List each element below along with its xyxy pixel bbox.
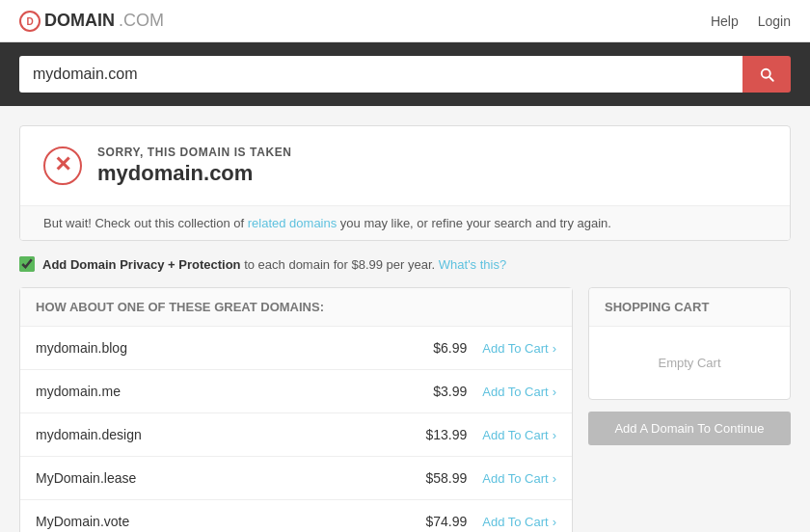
suggestion-price: $3.99 xyxy=(414,384,467,399)
add-to-cart-button-1[interactable]: Add To Cart › xyxy=(482,385,556,399)
taken-domain: mydomain.com xyxy=(97,161,292,186)
suggestion-row: mydomain.design $13.99 Add To Cart › xyxy=(20,413,572,457)
domain-taken-icon: ✕ xyxy=(43,146,82,185)
add-to-cart-button-0[interactable]: Add To Cart › xyxy=(482,341,556,356)
arrow-icon: › xyxy=(553,385,556,399)
suggestion-price: $13.99 xyxy=(414,427,467,442)
suggestion-row: MyDomain.vote $74.99 Add To Cart › xyxy=(20,500,572,532)
cart-empty-label: Empty Cart xyxy=(658,356,720,370)
arrow-icon: › xyxy=(553,471,556,486)
notice-suffix: you may like, or refine your search and … xyxy=(340,216,611,230)
cart-section: SHOPPING CART Empty Cart Add A Domain To… xyxy=(588,287,791,445)
notice-prefix: But wait! Check out this collection of xyxy=(43,216,244,230)
suggestion-price: $6.99 xyxy=(414,340,467,356)
search-input-wrapper xyxy=(19,56,791,93)
domain-logo-icon: D xyxy=(19,11,40,32)
logo: D DOMAIN.COM xyxy=(19,11,164,32)
domain-taken-notice: But wait! Check out this collection of r… xyxy=(20,205,790,240)
arrow-icon: › xyxy=(553,428,556,442)
privacy-label: Add Domain Privacy + Protection to each … xyxy=(42,257,506,272)
related-domains-link[interactable]: related domains xyxy=(248,216,338,230)
domain-taken-box: ✕ SORRY, THIS DOMAIN IS TAKEN mydomain.c… xyxy=(19,125,791,241)
add-to-cart-button-3[interactable]: Add To Cart › xyxy=(482,471,556,486)
suggestion-price: $74.99 xyxy=(414,514,467,529)
add-to-cart-button-2[interactable]: Add To Cart › xyxy=(482,428,556,442)
add-domain-button[interactable]: Add A Domain To Continue xyxy=(588,412,791,445)
search-icon xyxy=(758,66,775,83)
privacy-checkbox[interactable] xyxy=(19,256,35,272)
header-nav: Help Login xyxy=(711,13,791,29)
add-to-cart-button-4[interactable]: Add To Cart › xyxy=(482,515,556,529)
whats-this-link[interactable]: What's this? xyxy=(439,257,506,272)
cart-box: SHOPPING CART Empty Cart xyxy=(588,287,791,400)
suggestion-domain: mydomain.blog xyxy=(36,340,414,356)
arrow-icon: › xyxy=(553,515,556,529)
cart-header: SHOPPING CART xyxy=(589,288,790,327)
domain-taken-text: SORRY, THIS DOMAIN IS TAKEN mydomain.com xyxy=(97,146,292,186)
suggestions-section: HOW ABOUT ONE OF THESE GREAT DOMAINS: my… xyxy=(19,287,573,532)
suggestion-domain: mydomain.me xyxy=(36,384,414,399)
suggestion-domain: mydomain.design xyxy=(36,427,414,442)
arrow-icon: › xyxy=(553,341,556,356)
privacy-bold: Add Domain Privacy + Protection xyxy=(42,257,241,272)
domain-taken-inner: ✕ SORRY, THIS DOMAIN IS TAKEN mydomain.c… xyxy=(20,126,790,205)
suggestion-row: mydomain.blog $6.99 Add To Cart › xyxy=(20,327,572,370)
suggestion-domain: MyDomain.vote xyxy=(36,514,414,529)
header: D DOMAIN.COM Help Login xyxy=(0,0,810,42)
search-input[interactable] xyxy=(19,56,742,93)
main-content: ✕ SORRY, THIS DOMAIN IS TAKEN mydomain.c… xyxy=(0,106,810,532)
privacy-suffix: to each domain for $8.99 per year. xyxy=(244,257,435,272)
suggestion-domain: MyDomain.lease xyxy=(36,470,414,486)
suggestion-row: mydomain.me $3.99 Add To Cart › xyxy=(20,370,572,413)
two-col-layout: HOW ABOUT ONE OF THESE GREAT DOMAINS: my… xyxy=(19,287,791,532)
taken-label: SORRY, THIS DOMAIN IS TAKEN xyxy=(97,146,292,159)
suggestions-box: HOW ABOUT ONE OF THESE GREAT DOMAINS: my… xyxy=(19,287,573,532)
x-icon: ✕ xyxy=(54,154,71,175)
suggestions-header: HOW ABOUT ONE OF THESE GREAT DOMAINS: xyxy=(20,288,572,327)
logo-domain-text: DOMAIN xyxy=(44,11,115,31)
svg-text:D: D xyxy=(26,16,33,27)
suggestion-row: MyDomain.lease $58.99 Add To Cart › xyxy=(20,457,572,500)
logo-com-text: .COM xyxy=(119,11,164,31)
search-button[interactable] xyxy=(742,56,791,93)
help-link[interactable]: Help xyxy=(711,13,739,29)
suggestion-price: $58.99 xyxy=(414,470,467,486)
login-link[interactable]: Login xyxy=(758,13,791,29)
cart-body: Empty Cart xyxy=(589,327,790,399)
privacy-row: Add Domain Privacy + Protection to each … xyxy=(19,256,791,272)
search-bar-container xyxy=(0,42,810,106)
